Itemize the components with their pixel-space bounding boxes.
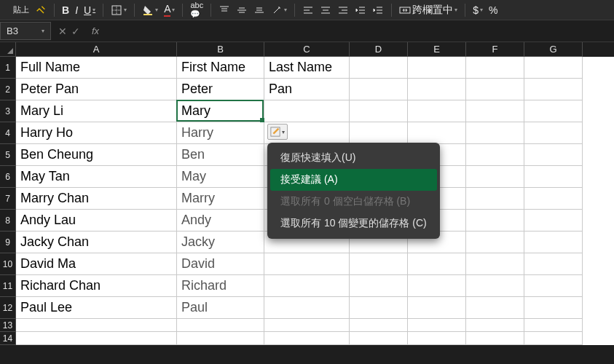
cell-D11[interactable] xyxy=(350,275,408,297)
cell-F13[interactable] xyxy=(466,319,524,332)
formula-input[interactable] xyxy=(99,23,614,39)
font-color-button[interactable]: A▾ xyxy=(164,3,175,17)
cell-C12[interactable] xyxy=(264,297,350,319)
cell-C13[interactable] xyxy=(264,319,350,332)
name-box[interactable]: B3▾ xyxy=(0,22,51,40)
cell-G13[interactable] xyxy=(524,319,583,332)
cell-A13[interactable] xyxy=(16,319,177,332)
cell-F3[interactable] xyxy=(466,100,524,122)
cell-F1[interactable] xyxy=(466,57,524,79)
cell-G14[interactable] xyxy=(524,332,583,345)
borders-button[interactable]: ▾ xyxy=(111,4,127,16)
row-header-10[interactable]: 10 xyxy=(0,253,16,275)
row-header-13[interactable]: 13 xyxy=(0,319,16,332)
increase-indent-button[interactable] xyxy=(372,4,384,16)
cell-G7[interactable] xyxy=(524,188,583,210)
cell-F12[interactable] xyxy=(466,297,524,319)
bold-button[interactable]: B xyxy=(62,4,69,16)
cell-E14[interactable] xyxy=(408,332,466,345)
row-header-5[interactable]: 5 xyxy=(0,144,16,166)
cell-C2[interactable]: Pan xyxy=(264,79,350,100)
cell-B7[interactable]: Marry xyxy=(177,188,264,210)
cell-A3[interactable]: Mary Li xyxy=(16,100,177,122)
cell-C10[interactable] xyxy=(264,253,350,275)
column-header-D[interactable]: D xyxy=(350,42,408,57)
cell-G11[interactable] xyxy=(524,275,583,297)
phonetic-guide-button[interactable]: abc💬 xyxy=(190,1,203,19)
cell-A12[interactable]: Paul Lee xyxy=(16,297,177,319)
cell-F7[interactable] xyxy=(466,188,524,210)
cell-B6[interactable]: May xyxy=(177,166,264,188)
cell-F5[interactable] xyxy=(466,144,524,166)
row-header-2[interactable]: 2 xyxy=(0,79,16,100)
cell-A10[interactable]: David Ma xyxy=(16,253,177,275)
cell-D4[interactable] xyxy=(350,122,408,144)
select-all-button[interactable] xyxy=(0,42,16,57)
cell-A9[interactable]: Jacky Chan xyxy=(16,232,177,253)
cell-D3[interactable] xyxy=(350,100,408,122)
cell-C1[interactable]: Last Name xyxy=(264,57,350,79)
cell-G4[interactable] xyxy=(524,122,583,144)
cell-F4[interactable] xyxy=(466,122,524,144)
column-header-F[interactable]: F xyxy=(466,42,524,57)
column-header-A[interactable]: A xyxy=(16,42,177,57)
cell-B10[interactable]: David xyxy=(177,253,264,275)
cell-F6[interactable] xyxy=(466,166,524,188)
cell-F8[interactable] xyxy=(466,210,524,232)
confirm-formula-button[interactable]: ✓ xyxy=(71,25,80,37)
cell-C3[interactable] xyxy=(264,100,350,122)
cell-A14[interactable] xyxy=(16,332,177,345)
row-header-1[interactable]: 1 xyxy=(0,57,16,79)
cell-E13[interactable] xyxy=(408,319,466,332)
cell-C14[interactable] xyxy=(264,332,350,345)
cell-A6[interactable]: May Tan xyxy=(16,166,177,188)
underline-button[interactable]: U▾ xyxy=(84,4,95,16)
row-header-9[interactable]: 9 xyxy=(0,232,16,253)
cell-F11[interactable] xyxy=(466,275,524,297)
row-header-7[interactable]: 7 xyxy=(0,188,16,210)
flash-fill-options-button[interactable]: ▾ xyxy=(267,124,288,140)
column-header-B[interactable]: B xyxy=(177,42,264,57)
align-center-button[interactable] xyxy=(320,4,331,16)
cell-D10[interactable] xyxy=(350,253,408,275)
align-right-button[interactable] xyxy=(337,4,349,16)
cell-B1[interactable]: First Name xyxy=(177,57,264,79)
format-painter-icon[interactable] xyxy=(35,4,47,16)
row-header-4[interactable]: 4 xyxy=(0,122,16,144)
cell-A4[interactable]: Harry Ho xyxy=(16,122,177,144)
row-header-12[interactable]: 12 xyxy=(0,297,16,319)
cell-B2[interactable]: Peter xyxy=(177,79,264,100)
cell-D1[interactable] xyxy=(350,57,408,79)
cell-B12[interactable]: Paul xyxy=(177,297,264,319)
cell-D13[interactable] xyxy=(350,319,408,332)
percent-button[interactable]: % xyxy=(489,4,497,16)
cell-E1[interactable] xyxy=(408,57,466,79)
cell-D12[interactable] xyxy=(350,297,408,319)
menu-item-3[interactable]: 選取所有 10 個變更的儲存格 (C) xyxy=(270,213,437,234)
cell-B14[interactable] xyxy=(177,332,264,345)
cell-C11[interactable] xyxy=(264,275,350,297)
italic-button[interactable]: I xyxy=(75,4,78,16)
cell-G8[interactable] xyxy=(524,210,583,232)
cell-G10[interactable] xyxy=(524,253,583,275)
cell-B8[interactable]: Andy xyxy=(177,210,264,232)
cell-D2[interactable] xyxy=(350,79,408,100)
cell-A8[interactable]: Andy Lau xyxy=(16,210,177,232)
cell-G6[interactable] xyxy=(524,166,583,188)
row-header-6[interactable]: 6 xyxy=(0,166,16,188)
currency-button[interactable]: $▾ xyxy=(473,4,483,16)
decrease-indent-button[interactable] xyxy=(355,4,366,16)
cell-A7[interactable]: Marry Chan xyxy=(16,188,177,210)
column-header-G[interactable]: G xyxy=(524,42,583,57)
cell-F14[interactable] xyxy=(466,332,524,345)
align-middle-button[interactable] xyxy=(236,4,248,16)
cell-A11[interactable]: Richard Chan xyxy=(16,275,177,297)
cell-E11[interactable] xyxy=(408,275,466,297)
cell-F2[interactable] xyxy=(466,79,524,100)
cell-G1[interactable] xyxy=(524,57,583,79)
merge-center-button[interactable]: 跨欄置中▾ xyxy=(399,4,457,17)
cell-B11[interactable]: Richard xyxy=(177,275,264,297)
fill-color-button[interactable]: ▾ xyxy=(142,4,158,16)
cell-E10[interactable] xyxy=(408,253,466,275)
cell-G2[interactable] xyxy=(524,79,583,100)
